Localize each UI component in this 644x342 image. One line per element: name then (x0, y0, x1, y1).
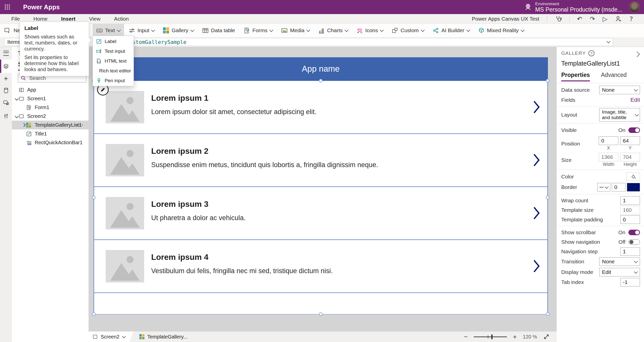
ribbon-custom-button[interactable]: Custom (388, 24, 428, 37)
fit-to-window-icon[interactable] (543, 333, 550, 340)
rail-tree-view-button[interactable] (0, 60, 12, 73)
rail-insert-button[interactable]: + (0, 73, 12, 84)
gallery-row-3[interactable]: Lorem ipsum 3 Ut pharetra a dolor ac veh… (94, 187, 547, 240)
chevron-down-icon[interactable] (15, 114, 19, 118)
selection-handle[interactable] (319, 312, 323, 316)
border-color-swatch[interactable] (627, 183, 640, 191)
breadcrumb-screen[interactable]: Screen2 (89, 331, 134, 342)
menu-bar: File Home Insert View Action Power Apps … (0, 14, 644, 24)
menu-item-text-input[interactable]: Text input (93, 46, 134, 56)
app-header-bar-control[interactable]: App name (94, 57, 548, 80)
template-padding-input[interactable]: 0 (620, 215, 640, 224)
formula-input[interactable]: CustomGallerySample (89, 38, 613, 46)
size-height-input[interactable]: 704 (620, 153, 640, 161)
mixed-reality-icon (478, 27, 485, 34)
size-width-input[interactable]: 1366 (599, 153, 618, 161)
chevron-right-icon[interactable] (533, 101, 540, 114)
ribbon-text-button[interactable]: Abc Text (93, 24, 124, 37)
position-y-input[interactable]: 64 (620, 136, 640, 145)
menu-action[interactable]: Action (107, 14, 135, 24)
ribbon-gallery-button[interactable]: Gallery (159, 24, 197, 37)
ribbon-input-button[interactable]: Input (125, 24, 158, 37)
ribbon-icons-button[interactable]: Icons (353, 24, 387, 37)
selection-handle[interactable] (319, 79, 323, 82)
layout-dropdown[interactable]: Image, title, and subtitle (599, 108, 640, 122)
rail-advanced-tools-button[interactable] (0, 110, 12, 122)
ribbon-media-button[interactable]: Media (277, 24, 313, 37)
selection-handle[interactable] (546, 196, 549, 199)
app-artboard[interactable]: App name Lorem ipsum 1 Lorem ipsum dolor… (94, 57, 548, 314)
chevron-down-icon[interactable] (15, 97, 19, 101)
zoom-out-button[interactable]: − (464, 333, 468, 340)
tree-item-rect-quick-action-bar1[interactable]: RectQuickActionBar1 (12, 138, 89, 147)
tree-item-title1[interactable]: Title1 (12, 129, 89, 138)
environment-picker[interactable]: Environment MS Personal Productivity (ms… (524, 2, 622, 13)
chevron-right-icon[interactable] (533, 154, 540, 167)
color-picker-button[interactable] (626, 172, 640, 181)
template-gallery-control[interactable]: Lorem ipsum 1 Lorem ipsum dolor sit amet… (94, 80, 548, 314)
undo-icon[interactable]: ↶ (577, 16, 582, 22)
waffle-menu-icon[interactable] (0, 0, 15, 14)
zoom-slider[interactable] (474, 336, 507, 337)
gallery-row-2[interactable]: Lorem ipsum 2 Suspendisse enim metus, ti… (94, 134, 547, 187)
ribbon-mixed-reality-button[interactable]: Mixed Reality (474, 24, 528, 37)
help-icon[interactable]: ? (630, 16, 633, 22)
border-width-input[interactable]: 0 (612, 183, 625, 191)
transition-dropdown[interactable]: None (599, 257, 640, 266)
show-scrollbar-toggle[interactable] (628, 230, 640, 235)
chevron-right-icon[interactable] (22, 123, 26, 127)
ribbon-charts-button[interactable]: Charts (314, 24, 352, 37)
wrap-count-input[interactable]: 1 (620, 196, 640, 205)
chevron-right-icon[interactable] (533, 260, 540, 273)
border-style-dropdown[interactable] (597, 183, 610, 191)
tab-advanced[interactable]: Advanced (601, 72, 627, 81)
menu-item-pen-input[interactable]: Pen input (93, 76, 134, 85)
selection-handle[interactable] (546, 79, 549, 82)
chevron-right-icon[interactable] (533, 207, 540, 220)
fields-edit-link[interactable]: Edit (630, 97, 640, 103)
menu-item-rich-text-editor[interactable]: A Rich text editor (93, 66, 134, 76)
ribbon-forms-button[interactable]: Forms (240, 24, 277, 37)
navigation-step-row: Navigation step 1 (557, 247, 644, 256)
gallery-row-1[interactable]: Lorem ipsum 1 Lorem ipsum dolor sit amet… (94, 81, 547, 134)
tab-index-input[interactable]: -1 (620, 278, 640, 286)
tab-properties[interactable]: Properties (561, 72, 590, 81)
position-x-input[interactable]: 0 (599, 136, 618, 145)
zoom-in-button[interactable]: + (513, 333, 517, 340)
menu-item-html-text[interactable]: HTML text (93, 56, 134, 66)
tree-item-form1[interactable]: Form1 (12, 103, 89, 112)
tree-item-screen1[interactable]: Screen1 (12, 94, 89, 103)
data-source-dropdown[interactable]: None (599, 86, 640, 94)
menu-item-label[interactable]: Label (93, 36, 134, 46)
formula-expand-icon[interactable] (607, 39, 611, 43)
gallery-empty-row[interactable] (94, 293, 547, 314)
preview-play-icon[interactable]: ▷ (602, 16, 607, 22)
ribbon-icons-label: Icons (365, 27, 378, 33)
item-more-options[interactable]: ··· (77, 122, 84, 128)
zoom-slider-thumb[interactable] (491, 334, 493, 339)
rail-media-button[interactable] (0, 96, 12, 109)
breadcrumb-control[interactable]: TemplateGallery... (139, 334, 188, 340)
collapse-rail-button[interactable] (0, 47, 12, 60)
navigation-step-input[interactable]: 1 (620, 247, 640, 256)
display-mode-dropdown[interactable]: Edit (599, 268, 640, 276)
show-navigation-toggle[interactable] (628, 239, 640, 245)
open-app-name: Power Apps Canvas UX Test (472, 16, 539, 22)
ribbon-ai-builder-button[interactable]: AI Builder (429, 24, 473, 37)
rail-data-button[interactable] (0, 84, 12, 96)
selection-handle[interactable] (92, 312, 96, 316)
redo-icon[interactable]: ↷ (590, 16, 595, 22)
tree-item-screen2[interactable]: Screen2 (12, 112, 89, 121)
template-size-input[interactable]: 160 (620, 206, 640, 214)
app-checker-icon[interactable] (555, 15, 562, 22)
selection-handle[interactable] (546, 312, 549, 316)
tree-item-app[interactable]: App (12, 85, 89, 94)
visible-toggle[interactable] (628, 127, 640, 133)
gallery-row-4[interactable]: Lorem ipsum 4 Vestibulum dui felis, frin… (94, 240, 547, 293)
help-circle-icon[interactable]: ? (588, 50, 594, 56)
tree-item-template-gallery-list1[interactable]: TemplateGalleryList1 ··· (12, 121, 89, 129)
selection-handle[interactable] (92, 196, 96, 199)
user-avatar[interactable] (629, 2, 640, 13)
share-person-icon[interactable] (615, 15, 622, 22)
ribbon-data-table-button[interactable]: Data table (198, 24, 239, 37)
